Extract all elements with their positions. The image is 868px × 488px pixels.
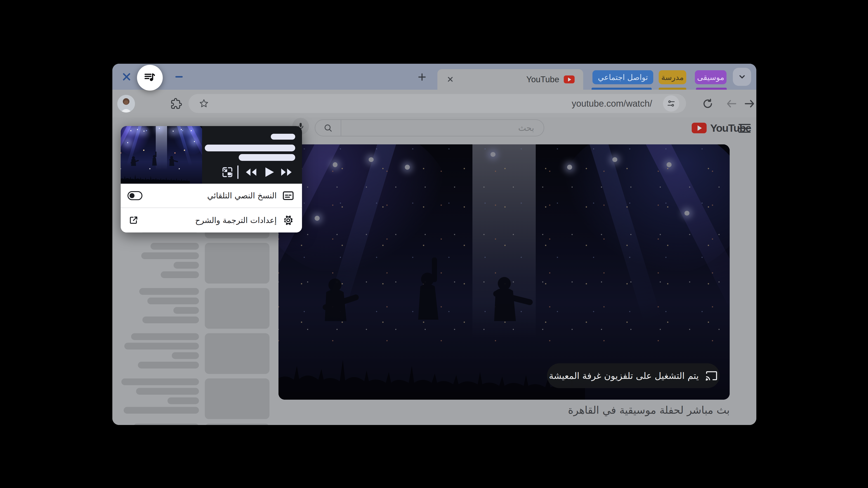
thumbnail-skeleton <box>205 288 270 329</box>
site-controls-button[interactable] <box>663 95 679 111</box>
extensions-button[interactable] <box>170 98 182 109</box>
tab-group-underline-music <box>696 88 727 90</box>
global-media-controls-button[interactable] <box>137 65 163 91</box>
text-skeleton <box>124 343 199 350</box>
play-icon <box>264 166 274 178</box>
list-item <box>112 424 270 425</box>
fast-forward-icon <box>280 167 293 177</box>
tab-group-underline-social <box>592 88 652 90</box>
bookmark-star-button[interactable] <box>198 98 209 109</box>
live-caption-row[interactable]: النسخ النصي التلقائي <box>121 184 302 208</box>
cast-status-text: يتم التشغيل على تلفزيون غرفة المعيشة <box>549 370 699 381</box>
open-in-new-icon <box>128 215 139 225</box>
minimize-icon <box>174 72 184 82</box>
window-close-button[interactable] <box>120 70 133 83</box>
text-skeleton <box>124 407 199 414</box>
desktop: YouTube تواصل اجتماعي مدرسة موسيقى <box>0 0 868 488</box>
text-skeleton <box>121 379 199 385</box>
star-icon <box>198 98 209 109</box>
crowd-silhouette <box>121 163 190 184</box>
youtube-favicon-icon <box>564 75 575 84</box>
media-source-skeleton <box>271 134 295 140</box>
tab-search-button[interactable] <box>733 68 751 86</box>
puzzle-icon <box>170 98 182 109</box>
avatar-image <box>117 95 135 112</box>
text-skeleton <box>143 317 199 323</box>
browser-toolbar: youtube.com/watch/ <box>112 90 756 118</box>
media-title-skeleton <box>205 144 295 151</box>
list-item <box>112 288 270 329</box>
close-icon <box>122 72 131 82</box>
previous-track-button[interactable] <box>245 167 257 177</box>
browser-window: YouTube تواصل اجتماعي مدرسة موسيقى <box>112 64 756 425</box>
media-controls-popup: النسخ النصي التلقائي إعدادات الترجمة وال… <box>121 126 302 232</box>
concert-scene <box>121 126 202 184</box>
text-skeleton <box>161 271 199 278</box>
caption-settings-label: إعدادات الترجمة والشرح <box>195 208 277 232</box>
text-skeleton <box>151 243 199 250</box>
thumbnail-skeleton <box>205 243 270 284</box>
tab-group-social[interactable]: تواصل اجتماعي <box>592 70 653 84</box>
controls-divider <box>237 165 239 179</box>
picture-in-picture-icon <box>221 166 233 178</box>
reload-button[interactable] <box>702 97 714 110</box>
play-button[interactable] <box>264 166 274 178</box>
close-icon <box>446 75 454 83</box>
window-minimize-button[interactable] <box>173 70 185 83</box>
picture-in-picture-button[interactable] <box>221 166 233 178</box>
tab-close-button[interactable] <box>446 75 454 83</box>
tab-group-underline-school <box>659 88 686 90</box>
live-caption-label: النسخ النصي التلقائي <box>207 184 277 207</box>
thumbnail-skeleton <box>205 379 270 419</box>
text-skeleton <box>139 288 199 295</box>
text-skeleton <box>147 297 199 304</box>
media-popup-header <box>121 126 302 184</box>
live-caption-icon <box>282 190 294 202</box>
chevron-down-icon <box>738 72 746 81</box>
text-skeleton <box>138 362 199 368</box>
profile-avatar[interactable] <box>117 95 135 112</box>
live-caption-toggle[interactable] <box>127 191 143 200</box>
tab-title: YouTube <box>526 75 559 84</box>
cast-status-toast: يتم التشغيل على تلفزيون غرفة المعيشة <box>547 363 720 388</box>
text-skeleton <box>141 252 199 259</box>
thumbnail-skeleton <box>205 333 270 374</box>
thumbnail-skeleton <box>205 424 270 425</box>
text-skeleton <box>167 397 199 404</box>
forward-button[interactable] <box>743 97 756 110</box>
arrow-left-icon <box>725 97 738 110</box>
arrow-right-icon <box>743 97 756 110</box>
list-item <box>112 379 270 419</box>
media-artwork <box>121 126 202 184</box>
address-bar[interactable]: youtube.com/watch/ <box>188 94 686 113</box>
back-button[interactable] <box>725 97 738 110</box>
tab-strip: YouTube تواصل اجتماعي مدرسة موسيقى <box>112 64 756 90</box>
text-skeleton <box>172 352 199 359</box>
text-skeleton <box>136 388 199 395</box>
playlist-music-icon <box>144 71 156 84</box>
caption-settings-row[interactable]: إعدادات الترجمة والشرح <box>121 208 302 232</box>
tab-group-school[interactable]: مدرسة <box>659 70 686 84</box>
rewind-icon <box>245 167 257 177</box>
reload-icon <box>702 97 714 110</box>
list-item <box>112 243 270 284</box>
toggle-knob <box>129 193 134 198</box>
cast-icon <box>706 371 718 381</box>
tune-icon <box>666 99 676 108</box>
url-text[interactable]: youtube.com/watch/ <box>572 94 652 113</box>
text-skeleton <box>174 307 199 314</box>
text-skeleton <box>174 262 199 269</box>
text-skeleton <box>131 333 199 340</box>
plus-icon <box>417 72 427 82</box>
text-skeleton <box>133 424 199 425</box>
tab-group-music[interactable]: موسيقى <box>695 70 726 84</box>
gear-icon <box>282 214 294 226</box>
list-item <box>112 333 270 374</box>
next-track-button[interactable] <box>280 167 293 177</box>
tab-youtube[interactable]: YouTube <box>437 69 583 90</box>
new-tab-button[interactable] <box>416 71 428 84</box>
media-artist-skeleton <box>239 154 295 161</box>
